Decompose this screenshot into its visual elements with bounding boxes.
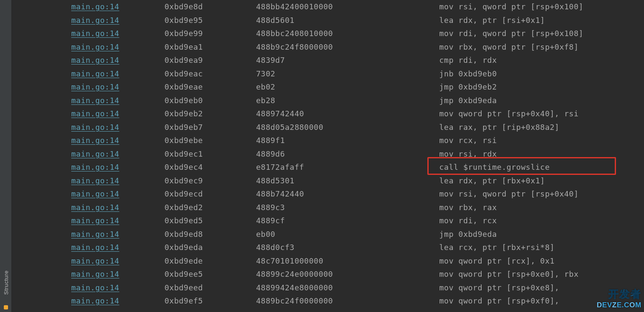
address: 0xbd9ea1 <box>164 40 256 54</box>
address: 0xbd9eae <box>164 80 256 94</box>
source-link[interactable]: main.go:14 <box>71 187 164 201</box>
asm-text: jmp 0xbd9eda <box>439 94 644 107</box>
opcode-bytes: eb00 <box>256 228 439 241</box>
opcode-bytes: 4889cf <box>256 214 439 228</box>
disasm-row[interactable]: main.go:140xbd9ea1488b9c24f8000000mov rb… <box>12 40 644 54</box>
address: 0xbd9eb2 <box>164 107 256 121</box>
disasm-row[interactable]: main.go:140xbd9ee548899c24e0000000mov qw… <box>12 267 644 281</box>
source-link[interactable]: main.go:14 <box>71 80 164 94</box>
disasm-row[interactable]: main.go:140xbd9ef54889bc24f0000000mov qw… <box>12 294 644 308</box>
source-link[interactable]: main.go:14 <box>71 174 164 188</box>
asm-text: lea rax, ptr [rip+0x88a2] <box>439 121 644 134</box>
asm-text: call $runtime.growslice <box>439 160 644 174</box>
asm-text: mov rdi, qword ptr [rsp+0x108] <box>439 27 644 40</box>
source-link[interactable]: main.go:14 <box>71 201 164 214</box>
asm-text: mov rsi, qword ptr [rsp+0x40] <box>439 187 644 201</box>
asm-text: lea rcx, ptr [rbx+rsi*8] <box>439 241 644 254</box>
address: 0xbd9e8d <box>164 0 256 14</box>
source-link[interactable]: main.go:14 <box>71 53 164 67</box>
address: 0xbd9ed2 <box>164 201 256 214</box>
source-link[interactable]: main.go:14 <box>71 121 164 134</box>
disasm-row[interactable]: main.go:140xbd9eda488d0cf3lea rcx, ptr [… <box>12 241 644 254</box>
source-link[interactable]: main.go:14 <box>71 214 164 228</box>
source-link[interactable]: main.go:14 <box>71 134 164 147</box>
opcode-bytes: e8172afaff <box>256 160 439 174</box>
source-link[interactable]: main.go:14 <box>71 0 164 14</box>
address: 0xbd9ed8 <box>164 228 256 241</box>
source-link[interactable]: main.go:14 <box>71 228 164 241</box>
address: 0xbd9eac <box>164 67 256 81</box>
address: 0xbd9eb7 <box>164 121 256 134</box>
opcode-bytes: eb28 <box>256 94 439 107</box>
source-link[interactable]: main.go:14 <box>71 27 164 40</box>
asm-text: lea rdx, ptr [rbx+0x1] <box>439 174 644 188</box>
structure-tool-tab[interactable]: Structure <box>0 255 12 310</box>
opcode-bytes: 4889d6 <box>256 147 439 161</box>
source-link[interactable]: main.go:14 <box>71 147 164 161</box>
disasm-row[interactable]: main.go:140xbd9ed8eb00jmp 0xbd9eda <box>12 228 644 241</box>
asm-text: mov rsi, qword ptr [rsp+0x100] <box>439 0 644 14</box>
asm-text: jmp 0xbd9eb2 <box>439 80 644 94</box>
address: 0xbd9eed <box>164 281 256 295</box>
address: 0xbd9e95 <box>164 14 256 27</box>
opcode-bytes: 7302 <box>256 67 439 81</box>
address: 0xbd9e99 <box>164 27 256 40</box>
disasm-row[interactable]: main.go:140xbd9eed48899424e8000000mov qw… <box>12 281 644 295</box>
disasm-row[interactable]: main.go:140xbd9eac7302jnb 0xbd9eb0 <box>12 67 644 81</box>
opcode-bytes: 488d5601 <box>256 14 439 27</box>
source-link[interactable]: main.go:14 <box>71 67 164 81</box>
tool-window-rail: Structure <box>0 0 12 312</box>
address: 0xbd9ef5 <box>164 294 256 308</box>
disasm-row[interactable]: main.go:140xbd9eb24889742440mov qword pt… <box>12 107 644 121</box>
asm-text: mov qword ptr [rsp+0xf0], <box>439 294 644 308</box>
address: 0xbd9ecd <box>164 187 256 201</box>
disasm-row[interactable]: main.go:140xbd9e95488d5601lea rdx, ptr [… <box>12 14 644 27</box>
source-link[interactable]: main.go:14 <box>71 40 164 54</box>
disasm-row[interactable]: main.go:140xbd9ec9488d5301lea rdx, ptr [… <box>12 174 644 188</box>
disasm-row[interactable]: main.go:140xbd9eb7488d05a2880000lea rax,… <box>12 121 644 134</box>
disasm-row[interactable]: main.go:140xbd9ed24889c3mov rbx, rax <box>12 201 644 214</box>
address: 0xbd9ea9 <box>164 53 256 67</box>
asm-text: mov qword ptr [rsp+0x40], rsi <box>439 107 644 121</box>
asm-text: mov rcx, rsi <box>439 134 644 147</box>
disasm-row[interactable]: main.go:140xbd9ede48c70101000000mov qwor… <box>12 254 644 268</box>
source-link[interactable]: main.go:14 <box>71 254 164 268</box>
asm-text: jmp 0xbd9eda <box>439 228 644 241</box>
asm-text: mov qword ptr [rcx], 0x1 <box>439 254 644 268</box>
asm-text: mov rbx, rax <box>439 201 644 214</box>
address: 0xbd9ec4 <box>164 160 256 174</box>
disasm-row[interactable]: main.go:140xbd9ebe4889f1mov rcx, rsi <box>12 134 644 147</box>
disasm-row[interactable]: main.go:140xbd9eaeeb02jmp 0xbd9eb2 <box>12 80 644 94</box>
source-link[interactable]: main.go:14 <box>71 107 164 121</box>
disasm-row[interactable]: main.go:140xbd9ecd488b742440mov rsi, qwo… <box>12 187 644 201</box>
opcode-bytes: 488d05a2880000 <box>256 121 439 134</box>
source-link[interactable]: main.go:14 <box>71 160 164 174</box>
opcode-bytes: 488d0cf3 <box>256 241 439 254</box>
source-link[interactable]: main.go:14 <box>71 14 164 27</box>
disasm-row[interactable]: main.go:140xbd9ea94839d7cmp rdi, rdx <box>12 53 644 67</box>
asm-text: jnb 0xbd9eb0 <box>439 67 644 81</box>
disassembly-panel[interactable]: main.go:140xbd9e8d488bb42400010000mov rs… <box>12 0 644 312</box>
opcode-bytes: 4889742440 <box>256 107 439 121</box>
asm-text: mov rdi, rcx <box>439 214 644 228</box>
disasm-row[interactable]: main.go:140xbd9ec14889d6mov rsi, rdx <box>12 147 644 161</box>
disasm-row[interactable]: main.go:140xbd9e8d488bb42400010000mov rs… <box>12 0 644 14</box>
source-link[interactable]: main.go:14 <box>71 294 164 308</box>
source-link[interactable]: main.go:14 <box>71 281 164 295</box>
address: 0xbd9ec1 <box>164 147 256 161</box>
opcode-bytes: 4889f1 <box>256 134 439 147</box>
asm-text: mov rbx, qword ptr [rsp+0xf8] <box>439 40 644 54</box>
opcode-bytes: 48899c24e0000000 <box>256 267 439 281</box>
disasm-row[interactable]: main.go:140xbd9eb0eb28jmp 0xbd9eda <box>12 94 644 107</box>
opcode-bytes: 488b9c24f8000000 <box>256 40 439 54</box>
disasm-row[interactable]: main.go:140xbd9ec4e8172afaffcall $runtim… <box>12 160 644 174</box>
opcode-bytes: 4889c3 <box>256 201 439 214</box>
source-link[interactable]: main.go:14 <box>71 267 164 281</box>
disasm-row[interactable]: main.go:140xbd9e99488bbc2408010000mov rd… <box>12 27 644 40</box>
asm-text: mov qword ptr [rsp+0xe8], <box>439 281 644 295</box>
disasm-row[interactable]: main.go:140xbd9ed54889cfmov rdi, rcx <box>12 214 644 228</box>
source-link[interactable]: main.go:14 <box>71 94 164 107</box>
source-link[interactable]: main.go:14 <box>71 241 164 254</box>
address: 0xbd9ebe <box>164 134 256 147</box>
opcode-bytes: 4839d7 <box>256 53 439 67</box>
